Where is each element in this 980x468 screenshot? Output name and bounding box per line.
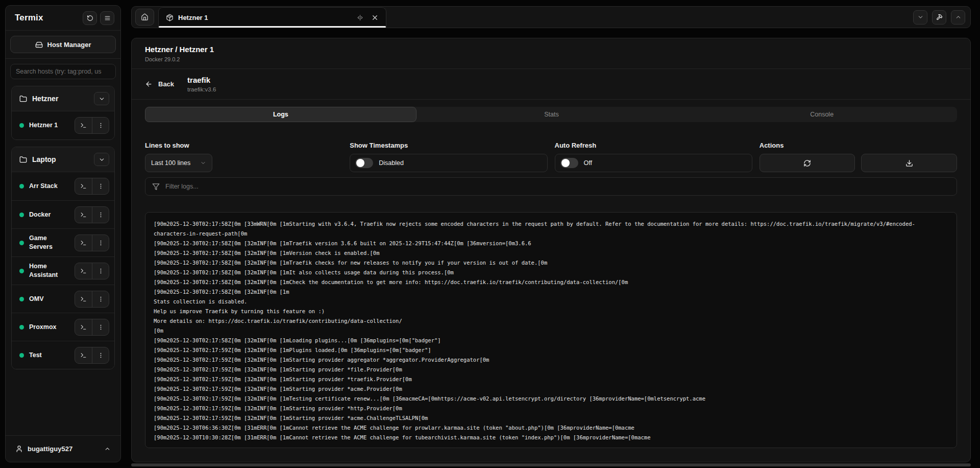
log-line: [0m	[154, 326, 948, 336]
kebab-menu-icon	[97, 324, 104, 331]
auto-refresh-toggle-box[interactable]: Off	[555, 154, 752, 172]
host-menu-button[interactable]	[92, 291, 109, 307]
container-box-icon	[166, 14, 174, 21]
host-row[interactable]: Hetzner 1	[12, 111, 114, 139]
terminal-icon	[80, 183, 87, 190]
user-footer[interactable]: bugattiguy527	[6, 435, 120, 462]
host-actions	[75, 117, 109, 134]
host-row[interactable]: Proxmox	[12, 313, 114, 341]
chevron-down-icon	[99, 96, 105, 102]
kebab-menu-icon	[97, 268, 104, 274]
host-menu-button[interactable]	[92, 319, 109, 335]
host-manager-button[interactable]: Host Manager	[10, 36, 116, 53]
container-meta: traefik traefik:v3.6	[187, 76, 216, 92]
show-timestamps-group: Show Timestamps Disabled	[350, 142, 547, 172]
tab-hetzner-1[interactable]: Hetzner 1	[158, 7, 386, 28]
sidebar-menu-button[interactable]	[100, 11, 114, 25]
horizontal-scrollbar[interactable]	[131, 463, 971, 466]
host-group-header[interactable]: Laptop	[12, 147, 114, 172]
host-row[interactable]: Test	[12, 341, 114, 369]
container-body: Logs Stats Console Lines to show Last 10…	[132, 100, 970, 448]
lines-select[interactable]: Last 100 lines	[145, 154, 212, 172]
host-groups-list: Hetzner Hetzner 1	[6, 81, 120, 435]
host-terminal-button[interactable]	[75, 263, 92, 279]
folder-icon	[19, 95, 27, 103]
auto-refresh-group: Auto Refresh Off	[555, 142, 752, 172]
host-terminal-button[interactable]	[75, 319, 92, 335]
group-collapse-button[interactable]	[94, 92, 109, 105]
log-line: [90m2025-12-30T02:17:58Z[0m [32mINF[0m […	[154, 287, 948, 297]
tab-stats[interactable]: Stats	[416, 107, 687, 122]
tab-logs[interactable]: Logs	[145, 107, 416, 122]
folder-icon	[19, 156, 27, 163]
host-terminal-button[interactable]	[75, 118, 92, 133]
log-line: More details on: https://doc.traefik.io/…	[154, 316, 948, 326]
host-menu-button[interactable]	[92, 347, 109, 363]
host-row[interactable]: Arr Stack	[12, 172, 114, 200]
host-status-dot	[19, 241, 24, 245]
host-menu-button[interactable]	[92, 263, 109, 279]
host-row[interactable]: Home Assistant	[12, 256, 114, 285]
server-header: Hetzner / Hetzner 1 Docker 29.0.2	[132, 38, 970, 69]
filter-logs-input[interactable]	[165, 183, 950, 190]
log-line: [90m2025-12-30T02:17:59Z[0m [32mINF[0m […	[154, 345, 948, 355]
auto-refresh-toggle-switch[interactable]	[560, 158, 578, 168]
group-hosts: Hetzner 1	[12, 111, 114, 139]
tab-console[interactable]: Console	[687, 107, 957, 122]
actions-group: Actions	[760, 142, 957, 172]
log-line: [90m2025-12-30T02:17:58Z[0m [32mINF[0m […	[154, 258, 948, 268]
container-image: traefik:v3.6	[187, 86, 216, 92]
chevron-down-icon	[917, 14, 924, 20]
log-line: [90m2025-12-30T02:17:59Z[0m [32mINF[0m […	[154, 404, 948, 413]
terminal-icon	[80, 268, 87, 274]
back-button[interactable]: Back	[145, 80, 174, 88]
expand-panel-button[interactable]	[951, 10, 965, 25]
host-terminal-button[interactable]	[75, 235, 92, 251]
timestamps-toggle-switch[interactable]	[355, 158, 373, 168]
host-menu-button[interactable]	[92, 118, 109, 133]
username: bugattiguy527	[28, 445, 100, 453]
split-view-icon[interactable]	[357, 14, 363, 21]
log-line: [90m2025-12-30T02:17:58Z[0m [32mINF[0m […	[154, 277, 948, 287]
log-line: Help us improve Traefik by turning this …	[154, 307, 948, 316]
search-hosts-input[interactable]	[10, 64, 116, 79]
host-terminal-button[interactable]	[75, 207, 92, 223]
refresh-hosts-button[interactable]	[83, 11, 97, 25]
collapse-panel-button[interactable]	[913, 10, 927, 25]
host-actions	[75, 347, 109, 364]
host-terminal-button[interactable]	[75, 347, 92, 363]
tools-button[interactable]	[932, 10, 946, 25]
host-terminal-button[interactable]	[75, 178, 92, 194]
rotate-ccw-icon	[87, 15, 93, 21]
kebab-menu-icon	[97, 212, 104, 218]
home-button[interactable]	[135, 9, 154, 26]
container-tabs: Logs Stats Console	[145, 107, 957, 122]
host-row[interactable]: Game Servers	[12, 228, 114, 256]
close-icon	[371, 14, 379, 21]
group-collapse-button[interactable]	[94, 153, 109, 166]
log-line: characters-in-request-path[0m	[154, 229, 948, 239]
chevron-up-icon	[104, 446, 111, 452]
host-actions	[75, 319, 109, 336]
host-menu-button[interactable]	[92, 207, 109, 223]
hammer-icon	[936, 14, 943, 20]
host-menu-button[interactable]	[92, 178, 109, 194]
host-row[interactable]: OMV	[12, 285, 114, 313]
host-menu-button[interactable]	[92, 235, 109, 251]
host-group-header[interactable]: Hetzner	[12, 86, 114, 111]
timestamps-toggle-box[interactable]: Disabled	[350, 154, 547, 172]
host-status-dot	[19, 297, 24, 301]
download-logs-button[interactable]	[861, 154, 957, 172]
host-name: Test	[29, 351, 42, 360]
host-name: Home Assistant	[29, 262, 72, 279]
tab-close-button[interactable]	[371, 14, 379, 21]
log-output[interactable]: [90m2025-12-30T02:17:58Z[0m [33mWRN[0m […	[145, 212, 957, 448]
host-actions	[75, 178, 109, 195]
host-status-dot	[19, 184, 24, 189]
auto-refresh-label: Auto Refresh	[555, 142, 752, 149]
log-line: [90m2025-12-30T02:17:59Z[0m [32mINF[0m […	[154, 394, 948, 404]
host-terminal-button[interactable]	[75, 291, 92, 307]
log-line: Stats collection is disabled.	[154, 297, 948, 307]
refresh-logs-button[interactable]	[760, 154, 855, 172]
host-row[interactable]: Docker	[12, 200, 114, 228]
